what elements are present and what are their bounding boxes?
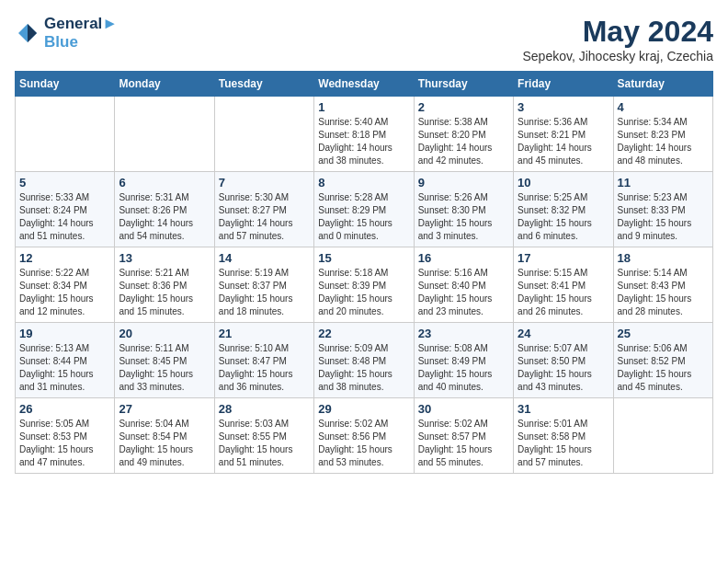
calendar-cell: 23Sunrise: 5:08 AM Sunset: 8:49 PM Dayli… [414, 323, 513, 398]
day-info: Sunrise: 5:07 AM Sunset: 8:50 PM Dayligh… [518, 342, 609, 394]
day-number: 8 [318, 176, 409, 190]
day-info: Sunrise: 5:38 AM Sunset: 8:20 PM Dayligh… [418, 116, 509, 167]
day-info: Sunrise: 5:09 AM Sunset: 8:48 PM Dayligh… [318, 342, 409, 394]
calendar-cell: 22Sunrise: 5:09 AM Sunset: 8:48 PM Dayli… [314, 323, 414, 398]
day-number: 17 [518, 251, 609, 265]
day-info: Sunrise: 5:16 AM Sunset: 8:40 PM Dayligh… [418, 267, 509, 318]
day-info: Sunrise: 5:21 AM Sunset: 8:36 PM Dayligh… [119, 267, 210, 318]
day-info: Sunrise: 5:25 AM Sunset: 8:32 PM Dayligh… [518, 191, 609, 243]
day-info: Sunrise: 5:08 AM Sunset: 8:49 PM Dayligh… [418, 342, 509, 394]
calendar-cell: 21Sunrise: 5:10 AM Sunset: 8:47 PM Dayli… [214, 323, 313, 398]
calendar-cell: 15Sunrise: 5:18 AM Sunset: 8:39 PM Dayli… [314, 247, 414, 323]
week-row-4: 19Sunrise: 5:13 AM Sunset: 8:44 PM Dayli… [16, 323, 713, 398]
weekday-header-row: SundayMondayTuesdayWednesdayThursdayFrid… [16, 72, 713, 97]
day-number: 28 [219, 402, 310, 416]
calendar-cell: 31Sunrise: 5:01 AM Sunset: 8:58 PM Dayli… [514, 398, 613, 474]
day-number: 10 [518, 176, 609, 190]
weekday-thursday: Thursday [414, 72, 513, 97]
calendar-cell: 8Sunrise: 5:28 AM Sunset: 8:29 PM Daylig… [314, 172, 414, 247]
day-info: Sunrise: 5:26 AM Sunset: 8:30 PM Dayligh… [418, 191, 509, 243]
calendar-cell: 6Sunrise: 5:31 AM Sunset: 8:26 PM Daylig… [115, 172, 214, 247]
logo: General► Blue [15, 15, 118, 52]
day-number: 3 [518, 100, 609, 114]
calendar-cell: 13Sunrise: 5:21 AM Sunset: 8:36 PM Dayli… [115, 247, 214, 323]
calendar-cell: 2Sunrise: 5:38 AM Sunset: 8:20 PM Daylig… [414, 97, 513, 172]
calendar-cell: 4Sunrise: 5:34 AM Sunset: 8:23 PM Daylig… [613, 97, 712, 172]
week-row-2: 5Sunrise: 5:33 AM Sunset: 8:24 PM Daylig… [16, 172, 713, 247]
day-info: Sunrise: 5:04 AM Sunset: 8:54 PM Dayligh… [119, 418, 210, 469]
day-info: Sunrise: 5:13 AM Sunset: 8:44 PM Dayligh… [19, 342, 110, 394]
week-row-5: 26Sunrise: 5:05 AM Sunset: 8:53 PM Dayli… [16, 398, 713, 474]
calendar-cell [214, 97, 313, 172]
month-title: May 2024 [523, 15, 714, 49]
weekday-sunday: Sunday [16, 72, 115, 97]
calendar-cell: 10Sunrise: 5:25 AM Sunset: 8:32 PM Dayli… [514, 172, 613, 247]
day-info: Sunrise: 5:18 AM Sunset: 8:39 PM Dayligh… [318, 267, 409, 318]
calendar-cell: 20Sunrise: 5:11 AM Sunset: 8:45 PM Dayli… [115, 323, 214, 398]
calendar-cell [115, 97, 214, 172]
calendar-cell: 11Sunrise: 5:23 AM Sunset: 8:33 PM Dayli… [613, 172, 712, 247]
day-info: Sunrise: 5:14 AM Sunset: 8:43 PM Dayligh… [618, 267, 709, 318]
day-number: 6 [119, 176, 210, 190]
day-info: Sunrise: 5:19 AM Sunset: 8:37 PM Dayligh… [219, 267, 310, 318]
day-info: Sunrise: 5:01 AM Sunset: 8:58 PM Dayligh… [518, 418, 609, 469]
day-number: 16 [418, 251, 509, 265]
calendar-cell: 3Sunrise: 5:36 AM Sunset: 8:21 PM Daylig… [514, 97, 613, 172]
logo-text: General► Blue [44, 15, 118, 52]
calendar-cell: 7Sunrise: 5:30 AM Sunset: 8:27 PM Daylig… [214, 172, 313, 247]
day-number: 25 [618, 327, 709, 340]
day-number: 9 [418, 176, 509, 190]
calendar-cell: 28Sunrise: 5:03 AM Sunset: 8:55 PM Dayli… [214, 398, 313, 474]
day-info: Sunrise: 5:23 AM Sunset: 8:33 PM Dayligh… [618, 191, 709, 243]
week-row-3: 12Sunrise: 5:22 AM Sunset: 8:34 PM Dayli… [16, 247, 713, 323]
calendar-cell: 18Sunrise: 5:14 AM Sunset: 8:43 PM Dayli… [613, 247, 712, 323]
calendar-cell: 25Sunrise: 5:06 AM Sunset: 8:52 PM Dayli… [613, 323, 712, 398]
day-number: 23 [418, 327, 509, 340]
weekday-wednesday: Wednesday [314, 72, 414, 97]
day-number: 13 [119, 251, 210, 265]
week-row-1: 1Sunrise: 5:40 AM Sunset: 8:18 PM Daylig… [16, 97, 713, 172]
day-number: 29 [318, 402, 409, 416]
day-number: 12 [19, 251, 110, 265]
weekday-friday: Friday [514, 72, 613, 97]
calendar-cell: 30Sunrise: 5:02 AM Sunset: 8:57 PM Dayli… [414, 398, 513, 474]
day-number: 11 [618, 176, 709, 190]
logo-icon [15, 20, 40, 46]
day-number: 4 [618, 100, 709, 114]
day-info: Sunrise: 5:11 AM Sunset: 8:45 PM Dayligh… [119, 342, 210, 394]
day-info: Sunrise: 5:30 AM Sunset: 8:27 PM Dayligh… [219, 191, 310, 243]
calendar-cell: 17Sunrise: 5:15 AM Sunset: 8:41 PM Dayli… [514, 247, 613, 323]
calendar-cell: 29Sunrise: 5:02 AM Sunset: 8:56 PM Dayli… [314, 398, 414, 474]
calendar-cell: 5Sunrise: 5:33 AM Sunset: 8:24 PM Daylig… [16, 172, 115, 247]
calendar-cell: 12Sunrise: 5:22 AM Sunset: 8:34 PM Dayli… [16, 247, 115, 323]
day-number: 7 [219, 176, 310, 190]
calendar-cell: 19Sunrise: 5:13 AM Sunset: 8:44 PM Dayli… [16, 323, 115, 398]
day-number: 26 [19, 402, 110, 416]
day-number: 24 [518, 327, 609, 340]
day-info: Sunrise: 5:40 AM Sunset: 8:18 PM Dayligh… [318, 116, 409, 167]
day-info: Sunrise: 5:33 AM Sunset: 8:24 PM Dayligh… [19, 191, 110, 243]
calendar-body: 1Sunrise: 5:40 AM Sunset: 8:18 PM Daylig… [16, 97, 713, 474]
day-number: 22 [318, 327, 409, 340]
day-number: 1 [318, 100, 409, 114]
day-number: 14 [219, 251, 310, 265]
calendar-cell: 14Sunrise: 5:19 AM Sunset: 8:37 PM Dayli… [214, 247, 313, 323]
calendar-cell: 9Sunrise: 5:26 AM Sunset: 8:30 PM Daylig… [414, 172, 513, 247]
weekday-monday: Monday [115, 72, 214, 97]
day-number: 5 [19, 176, 110, 190]
calendar-cell: 27Sunrise: 5:04 AM Sunset: 8:54 PM Dayli… [115, 398, 214, 474]
calendar-cell [613, 398, 712, 474]
page-header: General► Blue May 2024 Sepekov, Jihocesk… [15, 15, 713, 63]
day-info: Sunrise: 5:06 AM Sunset: 8:52 PM Dayligh… [618, 342, 709, 394]
day-number: 27 [119, 402, 210, 416]
day-info: Sunrise: 5:05 AM Sunset: 8:53 PM Dayligh… [19, 418, 110, 469]
day-number: 31 [518, 402, 609, 416]
location: Sepekov, Jihocesky kraj, Czechia [523, 49, 714, 63]
svg-marker-1 [28, 24, 37, 42]
day-number: 18 [618, 251, 709, 265]
calendar-cell [16, 97, 115, 172]
day-number: 30 [418, 402, 509, 416]
day-number: 2 [418, 100, 509, 114]
day-number: 15 [318, 251, 409, 265]
day-info: Sunrise: 5:03 AM Sunset: 8:55 PM Dayligh… [219, 418, 310, 469]
